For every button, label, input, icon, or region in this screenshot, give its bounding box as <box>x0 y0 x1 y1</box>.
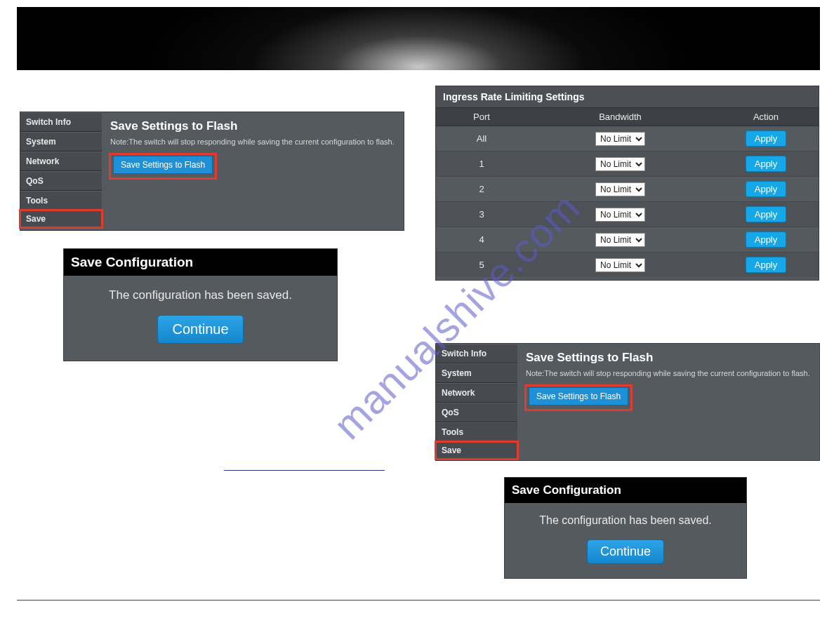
dialog-title: Save Configuration <box>505 478 746 503</box>
bandwidth-select[interactable]: No Limit <box>595 258 645 272</box>
table-row: 1 No Limit Apply <box>436 152 819 177</box>
bandwidth-select[interactable]: No Limit <box>595 233 645 247</box>
bandwidth-select[interactable]: No Limit <box>595 132 645 146</box>
panel-title: Save Settings to Flash <box>526 351 811 365</box>
save-configuration-dialog-right: Save Configuration The configuration has… <box>504 477 747 579</box>
content-area: Save Settings to Flash Note:The switch w… <box>517 344 819 417</box>
sidebar-item-save[interactable]: Save <box>436 442 517 459</box>
divider-line <box>224 470 385 471</box>
panel-note: Note:The switch will stop responding whi… <box>526 369 811 377</box>
table-row: 5 No Limit Apply <box>436 253 819 278</box>
table-row: 4 No Limit Apply <box>436 227 819 253</box>
bottom-rule <box>17 600 820 601</box>
ingress-clip: Port Bandwidth Action All No Limit Apply… <box>436 107 819 280</box>
port-cell: 2 <box>436 177 527 202</box>
sidebar-item-qos[interactable]: QoS <box>20 171 102 191</box>
port-cell: 3 <box>436 202 527 227</box>
continue-button[interactable]: Continue <box>157 315 243 344</box>
sidebar-item-tools[interactable]: Tools <box>436 422 517 442</box>
save-flash-button[interactable]: Save Settings to Flash <box>113 156 213 174</box>
ingress-table: Port Bandwidth Action All No Limit Apply… <box>436 107 819 277</box>
apply-button[interactable]: Apply <box>746 130 787 147</box>
sidebar-item-system[interactable]: System <box>436 363 517 383</box>
table-row: All No Limit Apply <box>436 126 819 152</box>
port-cell: All <box>436 126 527 152</box>
col-action: Action <box>713 108 819 126</box>
ingress-title: Ingress Rate Limiting Settings <box>436 86 819 107</box>
dialog-message: The configuration has been saved. <box>512 514 739 527</box>
sidebar-item-save[interactable]: Save <box>20 210 102 227</box>
dialog-message: The configuration has been saved. <box>71 288 330 302</box>
port-cell: 1 <box>436 152 527 177</box>
apply-button[interactable]: Apply <box>746 206 787 222</box>
table-row: 2 No Limit Apply <box>436 177 819 202</box>
save-configuration-dialog-left: Save Configuration The configuration has… <box>63 248 338 361</box>
apply-button[interactable]: Apply <box>746 257 787 273</box>
port-cell: 5 <box>436 253 527 278</box>
sidebar: Switch Info System Network QoS Tools Sav… <box>20 112 102 227</box>
save-flash-highlight: Save Settings to Flash <box>526 386 631 410</box>
sidebar-item-system[interactable]: System <box>20 132 102 152</box>
apply-button[interactable]: Apply <box>746 232 787 248</box>
panel-title: Save Settings to Flash <box>110 119 395 133</box>
content-area: Save Settings to Flash Note:The switch w… <box>102 112 404 185</box>
bandwidth-select[interactable]: No Limit <box>595 157 645 171</box>
table-row: 3 No Limit Apply <box>436 202 819 227</box>
port-cell: 4 <box>436 227 527 253</box>
save-settings-panel-left: Switch Info System Network QoS Tools Sav… <box>20 112 404 231</box>
sidebar-item-qos[interactable]: QoS <box>436 403 517 422</box>
ingress-rate-panel: Ingress Rate Limiting Settings Port Band… <box>435 86 819 281</box>
save-flash-highlight: Save Settings to Flash <box>110 154 216 178</box>
sidebar-item-switch-info[interactable]: Switch Info <box>436 344 517 363</box>
top-banner <box>17 7 820 70</box>
sidebar-item-switch-info[interactable]: Switch Info <box>20 112 102 132</box>
save-settings-panel-right: Switch Info System Network QoS Tools Sav… <box>435 343 820 461</box>
sidebar-item-network[interactable]: Network <box>20 152 102 171</box>
col-bandwidth: Bandwidth <box>527 108 713 126</box>
continue-button[interactable]: Continue <box>587 539 664 564</box>
dialog-body: The configuration has been saved. Contin… <box>505 503 746 578</box>
apply-button[interactable]: Apply <box>746 181 787 197</box>
sidebar-item-tools[interactable]: Tools <box>20 191 102 210</box>
ingress-tbody: All No Limit Apply 1 No Limit Apply 2 No… <box>436 126 819 278</box>
bandwidth-select[interactable]: No Limit <box>595 182 645 196</box>
save-flash-button[interactable]: Save Settings to Flash <box>529 387 628 405</box>
panel-note: Note:The switch will stop responding whi… <box>110 137 395 146</box>
apply-button[interactable]: Apply <box>746 156 787 172</box>
bandwidth-select[interactable]: No Limit <box>595 208 645 222</box>
sidebar-item-network[interactable]: Network <box>436 383 517 403</box>
col-port: Port <box>436 108 527 126</box>
dialog-title: Save Configuration <box>64 249 337 276</box>
sidebar: Switch Info System Network QoS Tools Sav… <box>436 344 517 459</box>
dialog-body: The configuration has been saved. Contin… <box>64 276 337 361</box>
